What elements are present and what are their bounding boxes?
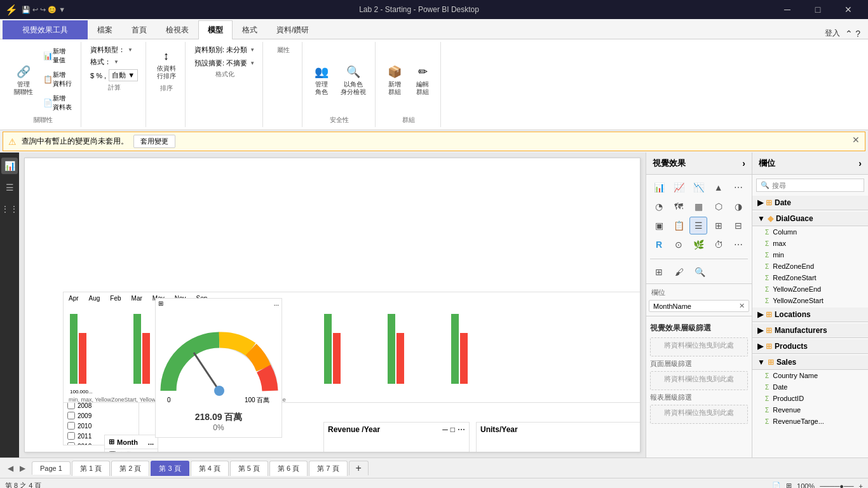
viz-gauge-icon[interactable]: ◑ bbox=[729, 198, 747, 215]
viz-scatter-icon[interactable]: ⋯ bbox=[729, 179, 747, 196]
field-tag-remove[interactable]: ✕ bbox=[739, 302, 745, 310]
viz-card-icon[interactable]: ▣ bbox=[650, 217, 668, 234]
viz-matrix-icon[interactable]: ⊟ bbox=[729, 217, 747, 234]
tab-file[interactable]: 檔案 bbox=[88, 20, 122, 39]
filter-area-report[interactable]: 將資料欄位拖曳到此處 bbox=[650, 405, 748, 424]
view-icon-2[interactable]: ⊞ bbox=[786, 482, 792, 488]
tab-home[interactable]: 首頁 bbox=[122, 20, 156, 39]
field-revenue[interactable]: Σ Revenue bbox=[752, 404, 868, 416]
viz-kpi-icon[interactable]: 📋 bbox=[670, 217, 688, 234]
month-all-item[interactable]: 全選 bbox=[105, 449, 158, 452]
viz-line-chart-icon[interactable]: 📉 bbox=[689, 179, 707, 196]
page-tab-6[interactable]: 第 6 頁 bbox=[269, 461, 308, 476]
month-filter-expand[interactable]: ... bbox=[148, 438, 154, 446]
month-all-checkbox[interactable] bbox=[109, 451, 116, 452]
zoom-in[interactable]: + bbox=[859, 482, 863, 489]
tab-next-arrow[interactable]: ▶ bbox=[17, 463, 28, 474]
viz-funnel-icon[interactable]: ⬡ bbox=[710, 198, 728, 215]
filter-area-page[interactable]: 將資料欄位拖曳到此處 bbox=[650, 371, 748, 390]
viz-treemap-icon[interactable]: ▦ bbox=[689, 198, 707, 215]
filter-area-visual[interactable]: 將資料欄位拖曳到此處 bbox=[650, 337, 748, 356]
tab-data[interactable]: 資料/鑽研 bbox=[267, 20, 318, 39]
page-tab-4[interactable]: 第 4 頁 bbox=[191, 461, 229, 476]
format-symbols[interactable]: $ % , 自動 ▼ bbox=[88, 69, 140, 82]
data-type-item[interactable]: 資料類型：▼ bbox=[88, 44, 140, 55]
viz-more-icon[interactable]: ⋯ bbox=[729, 236, 747, 254]
field-group-sales-header[interactable]: ▼ ⊞ Sales bbox=[752, 355, 868, 370]
fields-search-input[interactable] bbox=[772, 182, 860, 189]
title-controls[interactable]: ─ □ ✕ bbox=[773, 0, 863, 19]
viz-area-chart-icon[interactable]: ▲ bbox=[710, 179, 728, 196]
edit-group-button[interactable]: ✏ 編輯群組 bbox=[410, 60, 435, 98]
field-column[interactable]: Σ Column bbox=[752, 226, 868, 238]
notification-close-button[interactable]: ✕ bbox=[852, 135, 860, 145]
manage-relationships-button[interactable]: 🔗 管理關聯性 bbox=[10, 60, 37, 98]
page-tab-3[interactable]: 第 3 頁 bbox=[151, 461, 189, 476]
gauge-more-icon[interactable]: ... bbox=[274, 300, 279, 307]
field-group-dialguace-header[interactable]: ▼ ◆ DialGuace bbox=[752, 212, 868, 226]
field-yellowzone-end[interactable]: Σ YellowZoneEnd bbox=[752, 283, 868, 295]
field-country-name[interactable]: Σ Country Name bbox=[752, 370, 868, 381]
viz-clock-icon[interactable]: ⏱ bbox=[710, 236, 728, 254]
field-redzone-end[interactable]: Σ RedZoneEnd bbox=[752, 261, 868, 272]
viz-tool-1[interactable]: ⊞ bbox=[650, 263, 668, 281]
view-icon-1[interactable]: 📄 bbox=[772, 482, 781, 488]
viz-custom-icon[interactable]: 🌿 bbox=[689, 236, 707, 254]
viz-pie-icon[interactable]: ◔ bbox=[650, 198, 668, 215]
field-revenue-target[interactable]: Σ RevenueTarge... bbox=[752, 416, 868, 427]
field-redzone-start[interactable]: Σ RedZoneStart bbox=[752, 272, 868, 283]
year-2009-item[interactable]: 2009 bbox=[64, 410, 139, 421]
sidebar-data-icon[interactable]: ☰ bbox=[1, 179, 18, 196]
year-2011-checkbox[interactable] bbox=[67, 432, 75, 440]
field-group-date-header[interactable]: ▶ ⊞ Date bbox=[752, 196, 868, 210]
gauge-config-icon[interactable]: ⊞ bbox=[158, 300, 163, 307]
sidebar-report-icon[interactable]: 📊 bbox=[1, 158, 18, 174]
page-tab-1[interactable]: 第 1 頁 bbox=[72, 461, 110, 476]
maximize-button[interactable]: □ bbox=[803, 0, 832, 19]
year-2010-checkbox[interactable] bbox=[67, 422, 75, 430]
viz-r-icon[interactable]: R bbox=[650, 236, 668, 254]
new-group-button[interactable]: 📦 新增群組 bbox=[382, 60, 407, 98]
field-group-manufacturers-header[interactable]: ▶ ⊞ Manufacturers bbox=[752, 323, 868, 338]
field-yellowzone-start[interactable]: Σ YellowZoneStart bbox=[752, 295, 868, 306]
viz-tool-2[interactable]: 🖌 bbox=[670, 263, 688, 281]
viz-slicer-icon[interactable]: ☰ bbox=[689, 217, 707, 234]
minimize-button[interactable]: ─ bbox=[773, 0, 802, 19]
page-tab-5[interactable]: 第 5 頁 bbox=[230, 461, 268, 476]
field-sales-date[interactable]: Σ Date bbox=[752, 381, 868, 393]
field-min[interactable]: Σ min bbox=[752, 249, 868, 261]
auto-dropdown[interactable]: 自動 ▼ bbox=[109, 69, 138, 81]
new-measure-button[interactable]: 📊 新增量值 bbox=[39, 44, 76, 67]
revenue-toolbar-more[interactable]: ⋯ bbox=[458, 425, 465, 434]
page-tab-7[interactable]: 第 7 頁 bbox=[309, 461, 347, 476]
view-as-roles-button[interactable]: 🔍 以角色身分檢視 bbox=[337, 60, 370, 98]
revenue-toolbar-collapse[interactable]: ─ bbox=[442, 425, 448, 434]
fields-search-box[interactable]: 🔍 bbox=[756, 179, 864, 192]
year-2010-item[interactable]: 2010 bbox=[64, 421, 139, 431]
close-button[interactable]: ✕ bbox=[834, 0, 863, 19]
new-column-button[interactable]: 📋 新增資料行 bbox=[39, 68, 76, 91]
fields-panel-expand[interactable]: › bbox=[858, 158, 862, 168]
tab-prev-arrow[interactable]: ◀ bbox=[5, 463, 16, 474]
manage-roles-button[interactable]: 👥 管理角色 bbox=[309, 60, 334, 98]
sidebar-model-icon[interactable]: ⋮⋮ bbox=[1, 201, 18, 217]
field-max[interactable]: Σ max bbox=[752, 238, 868, 249]
field-group-products-header[interactable]: ▶ ⊞ Products bbox=[752, 339, 868, 354]
login-btn[interactable]: 登入 bbox=[825, 28, 840, 39]
tab-visual-tools[interactable]: 視覺效果工具 bbox=[3, 20, 88, 39]
format-item[interactable]: 格式：▼ bbox=[88, 57, 140, 67]
year-2009-checkbox[interactable] bbox=[67, 412, 75, 419]
sort-by-column-button[interactable]: ↕ 依資料行排序 bbox=[153, 44, 180, 83]
year-2012-checkbox[interactable] bbox=[67, 442, 75, 445]
page-level-filter-header[interactable]: 頁面層級篩選 bbox=[650, 358, 748, 370]
tab-format[interactable]: 格式 bbox=[233, 20, 267, 39]
report-level-filter-header[interactable]: 報表層級篩選 bbox=[650, 391, 748, 403]
tab-model[interactable]: 模型 bbox=[198, 20, 233, 39]
zoom-slider[interactable]: ────●── bbox=[820, 482, 853, 489]
apply-changes-button[interactable]: 套用變更 bbox=[133, 135, 175, 148]
default-summary-item[interactable]: 預設摘要: 不摘要 ▼ bbox=[192, 58, 257, 69]
data-category-item[interactable]: 資料類別: 未分類 ▼ bbox=[192, 44, 257, 55]
viz-panel-expand[interactable]: › bbox=[742, 158, 745, 168]
tab-view[interactable]: 檢視表 bbox=[156, 20, 198, 39]
viz-tool-3[interactable]: 🔍 bbox=[691, 263, 709, 281]
